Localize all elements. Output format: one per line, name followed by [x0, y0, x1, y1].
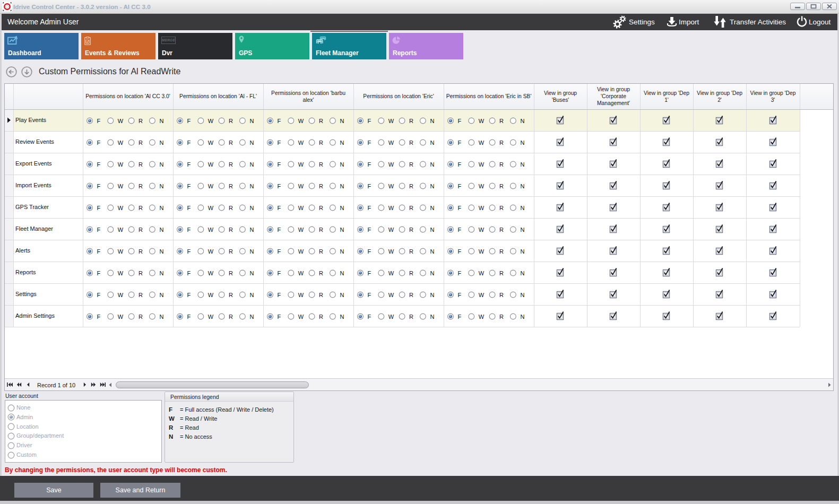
svg-text:W: W — [388, 314, 394, 320]
svg-text:R: R — [319, 183, 323, 189]
svg-text:N: N — [340, 161, 344, 168]
svg-text:N: N — [159, 161, 163, 168]
svg-text:N: N — [430, 140, 434, 146]
svg-text:N: N — [340, 118, 344, 124]
svg-text:W: W — [479, 292, 485, 298]
svg-text:N: N — [159, 205, 163, 211]
svg-text:W: W — [298, 248, 304, 255]
svg-text:W: W — [479, 161, 485, 168]
svg-text:R: R — [139, 292, 143, 298]
svg-text:F: F — [368, 140, 371, 146]
svg-text:R: R — [319, 248, 323, 255]
svg-text:R: R — [229, 292, 233, 298]
svg-text:W: W — [298, 140, 304, 146]
svg-text:W: W — [298, 292, 304, 298]
svg-text:R: R — [229, 205, 233, 211]
svg-text:N: N — [520, 270, 524, 276]
svg-text:W: W — [388, 183, 394, 189]
svg-text:R: R — [319, 205, 323, 211]
svg-text:F: F — [278, 227, 281, 233]
svg-text:R: R — [139, 183, 143, 189]
svg-text:N: N — [430, 118, 434, 124]
svg-text:R: R — [229, 270, 233, 276]
svg-text:N: N — [159, 314, 163, 320]
svg-text:N: N — [430, 270, 434, 276]
svg-text:W: W — [479, 118, 485, 124]
svg-text:N: N — [520, 161, 524, 168]
svg-text:N: N — [249, 314, 254, 320]
svg-text:N: N — [340, 227, 344, 233]
svg-text:F: F — [458, 314, 462, 320]
svg-text:W: W — [118, 183, 124, 189]
svg-text:R: R — [139, 118, 143, 124]
svg-text:W: W — [479, 140, 485, 146]
svg-text:R: R — [139, 314, 143, 320]
svg-text:W: W — [208, 314, 214, 320]
svg-text:N: N — [430, 292, 434, 298]
svg-text:R: R — [319, 292, 323, 298]
svg-text:R: R — [139, 205, 143, 211]
svg-text:R: R — [499, 161, 504, 168]
svg-text:N: N — [520, 118, 524, 124]
svg-text:W: W — [118, 248, 124, 255]
svg-text:W: W — [298, 270, 304, 276]
svg-text:R: R — [139, 227, 143, 233]
svg-text:N: N — [430, 248, 434, 255]
svg-text:R: R — [499, 183, 504, 189]
svg-text:N: N — [520, 248, 524, 255]
svg-text:F: F — [368, 314, 371, 320]
svg-text:F: F — [187, 270, 191, 276]
svg-text:R: R — [229, 140, 233, 146]
svg-text:R: R — [499, 248, 504, 255]
svg-text:W: W — [388, 270, 394, 276]
svg-text:N: N — [520, 292, 524, 298]
svg-text:N: N — [430, 227, 434, 233]
svg-text:N: N — [520, 205, 524, 211]
svg-text:N: N — [430, 205, 434, 211]
svg-text:W: W — [208, 118, 214, 124]
svg-text:R: R — [319, 140, 323, 146]
svg-text:F: F — [97, 314, 101, 320]
svg-text:F: F — [187, 205, 191, 211]
svg-text:W: W — [118, 140, 124, 146]
svg-text:R: R — [499, 270, 504, 276]
svg-text:W: W — [479, 270, 485, 276]
svg-text:F: F — [97, 183, 101, 189]
svg-text:F: F — [187, 118, 191, 124]
svg-text:F: F — [97, 205, 101, 211]
svg-text:W: W — [388, 248, 394, 255]
svg-text:W: W — [208, 292, 214, 298]
svg-text:F: F — [368, 118, 371, 124]
svg-text:R: R — [139, 161, 143, 168]
svg-text:N: N — [430, 161, 434, 168]
svg-text:R: R — [229, 183, 233, 189]
svg-text:N: N — [430, 314, 434, 320]
svg-text:N: N — [430, 183, 434, 189]
svg-text:N: N — [249, 183, 254, 189]
svg-text:N: N — [340, 140, 344, 146]
svg-text:R: R — [409, 227, 413, 233]
svg-text:R: R — [319, 314, 323, 320]
svg-text:R: R — [499, 292, 504, 298]
svg-text:F: F — [278, 270, 281, 276]
svg-text:W: W — [298, 118, 304, 124]
svg-text:N: N — [159, 183, 163, 189]
svg-text:F: F — [458, 270, 462, 276]
svg-text:N: N — [520, 183, 524, 189]
svg-text:F: F — [278, 161, 281, 168]
svg-text:F: F — [97, 270, 101, 276]
svg-text:W: W — [118, 227, 124, 233]
svg-text:W: W — [208, 183, 214, 189]
svg-text:F: F — [187, 183, 191, 189]
svg-text:R: R — [409, 292, 413, 298]
svg-text:R: R — [229, 227, 233, 233]
svg-text:R: R — [499, 140, 504, 146]
svg-text:W: W — [479, 314, 485, 320]
svg-text:F: F — [458, 161, 462, 168]
svg-text:R: R — [499, 118, 504, 124]
svg-text:F: F — [458, 183, 462, 189]
svg-text:F: F — [97, 140, 101, 146]
svg-text:W: W — [208, 161, 214, 168]
svg-text:F: F — [278, 140, 281, 146]
svg-text:F: F — [278, 183, 281, 189]
